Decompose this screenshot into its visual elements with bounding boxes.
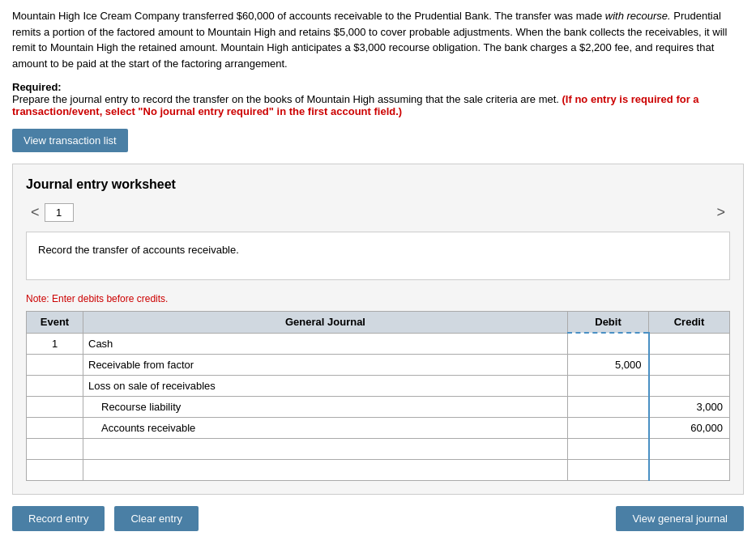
record-entry-button[interactable]: Record entry — [12, 506, 105, 531]
cell-credit-ar[interactable]: 60,000 — [649, 417, 730, 438]
cell-debit-recourse[interactable] — [568, 396, 649, 417]
cell-credit-recourse[interactable]: 3,000 — [649, 396, 730, 417]
problem-italic: with recourse. — [605, 10, 671, 22]
cell-account-receivable-from-factor[interactable]: Receivable from factor — [83, 354, 568, 375]
problem-text: Mountain High Ice Cream Company transfer… — [12, 8, 744, 71]
table-row: Receivable from factor 5,000 — [27, 354, 730, 375]
cell-credit-empty-1[interactable] — [649, 438, 730, 459]
cell-debit-loss[interactable] — [568, 375, 649, 396]
cell-account-empty-2[interactable] — [83, 459, 568, 480]
cell-account-empty-1[interactable] — [83, 438, 568, 459]
cell-debit-empty-1[interactable] — [568, 438, 649, 459]
cell-event-6 — [27, 438, 83, 459]
cell-event-3 — [27, 375, 83, 396]
page-number: 1 — [45, 203, 74, 222]
view-general-journal-button[interactable]: View general journal — [616, 506, 744, 531]
required-section: Required: Prepare the journal entry to r… — [12, 81, 744, 117]
note-text: Note: Enter debits before credits. — [26, 293, 730, 304]
table-row: Loss on sale of receivables — [27, 375, 730, 396]
bottom-buttons: Record entry Clear entry View general jo… — [12, 506, 744, 531]
cell-credit-loss[interactable] — [649, 375, 730, 396]
worksheet-title: Journal entry worksheet — [26, 177, 730, 192]
next-arrow-button[interactable]: > — [711, 204, 730, 221]
instruction-box: Record the transfer of accounts receivab… — [26, 232, 730, 280]
journal-table: Event General Journal Debit Credit 1 Cas… — [26, 311, 730, 481]
nav-row: < 1 > — [26, 203, 730, 222]
cell-debit-ar[interactable] — [568, 417, 649, 438]
problem-text-part1: Mountain High Ice Cream Company transfer… — [12, 10, 605, 22]
table-row: Recourse liability 3,000 — [27, 396, 730, 417]
cell-event-7 — [27, 459, 83, 480]
view-transaction-button[interactable]: View transaction list — [12, 129, 128, 152]
header-journal: General Journal — [83, 312, 568, 334]
cell-debit-empty-2[interactable] — [568, 459, 649, 480]
cell-debit-cash[interactable] — [568, 333, 649, 354]
cell-account-accounts-receivable[interactable]: Accounts receivable — [83, 417, 568, 438]
header-event: Event — [27, 312, 83, 334]
cell-credit-cash[interactable] — [649, 333, 730, 354]
cell-credit-receivable[interactable] — [649, 354, 730, 375]
header-debit: Debit — [568, 312, 649, 334]
cell-event-1: 1 — [27, 333, 83, 354]
required-body: Prepare the journal entry to record the … — [12, 93, 744, 117]
cell-event-4 — [27, 396, 83, 417]
cell-debit-receivable[interactable]: 5,000 — [568, 354, 649, 375]
table-row: 1 Cash — [27, 333, 730, 354]
cell-credit-empty-2[interactable] — [649, 459, 730, 480]
instruction-text: Record the transfer of accounts receivab… — [38, 244, 239, 256]
worksheet-container: Journal entry worksheet < 1 > Record the… — [12, 164, 744, 495]
required-label: Required: — [12, 81, 744, 93]
cell-event-2 — [27, 354, 83, 375]
cell-account-recourse-liability[interactable]: Recourse liability — [83, 396, 568, 417]
clear-entry-button[interactable]: Clear entry — [114, 506, 199, 531]
cell-event-5 — [27, 417, 83, 438]
cell-account-cash[interactable]: Cash — [83, 333, 568, 354]
table-row-empty-1 — [27, 438, 730, 459]
header-credit: Credit — [649, 312, 730, 334]
table-row: Accounts receivable 60,000 — [27, 417, 730, 438]
prev-arrow-button[interactable]: < — [26, 204, 45, 221]
table-header-row: Event General Journal Debit Credit — [27, 312, 730, 334]
cell-account-loss-on-sale[interactable]: Loss on sale of receivables — [83, 375, 568, 396]
table-row-empty-2 — [27, 459, 730, 480]
